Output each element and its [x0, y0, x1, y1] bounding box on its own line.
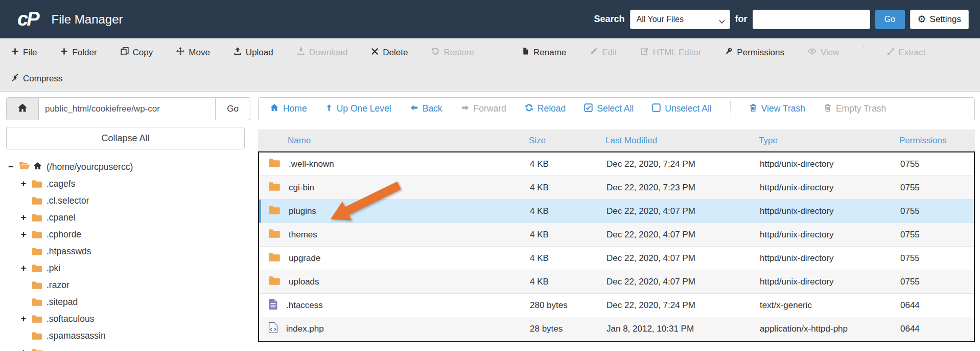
- tree-item-cutoff[interactable]: +: [6, 344, 250, 351]
- path-input[interactable]: [39, 97, 216, 120]
- file-button[interactable]: File: [11, 48, 37, 58]
- search-input[interactable]: [753, 10, 870, 29]
- tree-item-razor[interactable]: .razor: [6, 277, 250, 294]
- file-type: httpd/unix-directory: [752, 230, 893, 240]
- tree-item-sitepad[interactable]: .sitepad: [6, 294, 250, 311]
- x-icon: [371, 48, 379, 58]
- tree-item-softaculous[interactable]: + .softaculous: [6, 311, 250, 327]
- file-permissions: 0755: [893, 253, 974, 264]
- file-permissions: 0755: [893, 183, 974, 193]
- column-header-size[interactable]: Size: [521, 136, 598, 146]
- settings-button[interactable]: ⚙ Settings: [910, 10, 969, 29]
- expand-expander[interactable]: +: [19, 347, 28, 351]
- tree-item-htpasswds[interactable]: .htpasswds: [6, 243, 250, 260]
- select-all-button[interactable]: Select All: [584, 103, 634, 115]
- file-name: uploads: [289, 277, 319, 287]
- move-button[interactable]: Move: [176, 47, 210, 58]
- collapse-expander[interactable]: −: [6, 162, 15, 172]
- back-button[interactable]: Back: [410, 103, 442, 114]
- tree-item-cphorde[interactable]: + .cphorde: [6, 226, 250, 243]
- home-icon: [270, 103, 279, 115]
- file-icon: [522, 47, 529, 58]
- column-header-type[interactable]: Type: [751, 136, 892, 146]
- table-body: .well-known 4 KB Dec 22, 2020, 7:24 PM h…: [258, 151, 975, 342]
- expand-expander[interactable]: +: [19, 314, 28, 324]
- cpanel-logo: cP: [17, 8, 38, 30]
- permissions-button[interactable]: Permissions: [725, 47, 784, 58]
- tree-item-label: .sitepad: [46, 297, 78, 308]
- forward-button[interactable]: Forward: [461, 103, 506, 114]
- edit-button[interactable]: Edit: [590, 47, 617, 58]
- folder-icon: [32, 315, 42, 323]
- gear-icon: ⚙: [918, 14, 926, 24]
- file-name: themes: [289, 230, 317, 240]
- compress-button[interactable]: Compress: [11, 74, 62, 84]
- trash-icon: [749, 103, 757, 115]
- empty-trash-button[interactable]: Empty Trash: [824, 103, 886, 115]
- page-title: File Manager: [51, 12, 123, 27]
- rename-button[interactable]: Rename: [522, 47, 566, 58]
- delete-button[interactable]: Delete: [371, 48, 408, 58]
- file-modified: Dec 22, 2020, 7:24 PM: [599, 300, 752, 311]
- table-row[interactable]: .htaccess 280 bytes Dec 22, 2020, 7:24 P…: [259, 294, 974, 317]
- file-size: 4 KB: [522, 230, 599, 240]
- table-row[interactable]: .well-known 4 KB Dec 22, 2020, 7:24 PM h…: [259, 152, 974, 176]
- view-trash-button[interactable]: View Trash: [749, 103, 805, 115]
- html-editor-button[interactable]: HTML Editor: [641, 47, 702, 58]
- file-size: 280 bytes: [522, 300, 599, 311]
- upload-button[interactable]: Upload: [234, 47, 273, 58]
- directory-tree: − (/home/yourcpusercc) + .cagefs .cl.sel…: [6, 159, 250, 351]
- file-type: application/x-httpd-php: [752, 324, 893, 334]
- table-row[interactable]: uploads 4 KB Dec 22, 2020, 4:07 PM httpd…: [259, 270, 974, 294]
- reload-button[interactable]: Reload: [525, 103, 566, 115]
- table-row[interactable]: index.php 28 bytes Jan 8, 2012, 10:31 PM…: [259, 317, 974, 341]
- restore-button[interactable]: Restore: [431, 47, 474, 58]
- download-button[interactable]: Download: [297, 47, 348, 58]
- expand-expander[interactable]: +: [19, 229, 28, 240]
- expand-expander[interactable]: +: [19, 263, 28, 274]
- trash-icon: [824, 103, 832, 115]
- folder-button[interactable]: Folder: [60, 48, 97, 58]
- tree-item-cpanel[interactable]: + .cpanel: [6, 209, 250, 226]
- unselect-all-button[interactable]: Unselect All: [652, 103, 711, 115]
- table-row-plugins-selected[interactable]: plugins 4 KB Dec 22, 2020, 4:07 PM httpd…: [259, 200, 974, 223]
- toolbar-row-1: File Folder Copy Move Upload Download De…: [0, 38, 980, 67]
- copy-button[interactable]: Copy: [121, 47, 153, 58]
- collapse-all-button[interactable]: Collapse All: [6, 127, 245, 149]
- expand-expander[interactable]: +: [19, 212, 28, 223]
- file-permissions: 0755: [893, 230, 974, 240]
- home-button[interactable]: Home: [270, 103, 307, 115]
- tree-item-cagefs[interactable]: + .cagefs: [6, 175, 250, 192]
- undo-icon: [431, 47, 439, 58]
- expand-expander[interactable]: +: [19, 179, 28, 189]
- arrow-up-icon: [325, 103, 333, 115]
- file-modified: Dec 22, 2020, 7:24 PM: [599, 159, 752, 169]
- column-header-name[interactable]: Name: [258, 136, 521, 146]
- up-one-level-button[interactable]: Up One Level: [325, 103, 391, 115]
- path-go-button[interactable]: Go: [216, 97, 250, 120]
- search-scope-select[interactable]: All Your Files: [630, 10, 730, 29]
- table-row[interactable]: cgi-bin 4 KB Dec 22, 2020, 7:23 PM httpd…: [259, 176, 974, 200]
- move-icon: [176, 47, 184, 58]
- file-name: upgrade: [289, 253, 320, 264]
- tree-item-label: .spamassassin: [46, 331, 106, 341]
- tree-item-label: .softaculous: [46, 314, 94, 324]
- table-row[interactable]: themes 4 KB Dec 22, 2020, 4:07 PM httpd/…: [259, 223, 974, 247]
- tree-item-spamassassin[interactable]: .spamassassin: [6, 327, 250, 344]
- extract-button[interactable]: Extract: [887, 48, 926, 58]
- file-modified: Dec 22, 2020, 7:23 PM: [599, 183, 752, 193]
- column-header-permissions[interactable]: Permissions: [892, 136, 975, 146]
- tree-item-home-root[interactable]: − (/home/yourcpusercc): [6, 159, 250, 175]
- path-home-button[interactable]: [6, 97, 39, 120]
- view-button[interactable]: View: [808, 47, 839, 58]
- search-go-button[interactable]: Go: [875, 10, 905, 29]
- tree-item-pki[interactable]: + .pki: [6, 260, 250, 277]
- folder-icon: [32, 247, 42, 256]
- tree-item-label: .pki: [46, 263, 60, 274]
- tree-item-cl-selector[interactable]: .cl.selector: [6, 192, 250, 209]
- table-row[interactable]: upgrade 4 KB Dec 22, 2020, 4:07 PM httpd…: [259, 247, 974, 270]
- file-list-panel: Home Up One Level Back Forward Reload Se…: [258, 97, 975, 342]
- header-search-area: Search All Your Files for Go ⚙ Settings: [594, 10, 969, 29]
- plus-icon: [11, 48, 19, 58]
- column-header-last-modified[interactable]: Last Modified: [598, 136, 751, 146]
